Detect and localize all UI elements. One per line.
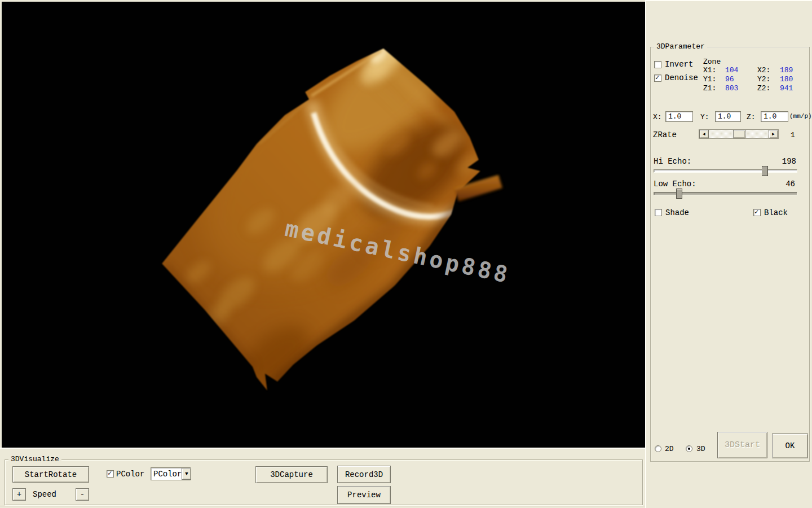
start-rotate-button[interactable]: StartRotate	[12, 466, 89, 483]
visualize-group-title: 3DVisualize	[8, 455, 61, 464]
check-icon: ✓	[655, 74, 659, 82]
pcolor-label: PColor	[116, 470, 144, 479]
zone-z1-label: Z1:	[703, 84, 716, 93]
dropdown-arrow-icon[interactable]: ▼	[182, 468, 191, 480]
ultrasound-volume-render	[2, 2, 645, 448]
parameter-group-title: 3DParameter	[654, 42, 707, 51]
denoise-label: Denoise	[665, 74, 698, 82]
record-button[interactable]: Record3D	[337, 466, 391, 483]
low-echo-label: Low Echo:	[654, 180, 696, 189]
pcolor-dropdown-value: PColor	[151, 470, 182, 479]
preview-button[interactable]: Preview	[337, 486, 391, 504]
scale-z-input[interactable]: 1.0	[761, 111, 788, 122]
visualize-panel: 3DVisualize StartRotate + Speed - ✓ PCol…	[0, 448, 645, 508]
ok-button[interactable]: OK	[772, 433, 808, 458]
scale-x-input[interactable]: 1.0	[665, 111, 693, 122]
hi-echo-track[interactable]	[654, 169, 797, 173]
app-window: { "icons": { "check": "✓", "dropdown_arr…	[0, 0, 812, 508]
zone-x1-label: X1:	[703, 66, 716, 75]
zone-z2-value: 941	[780, 84, 793, 93]
zone-z1-value: 803	[725, 84, 738, 93]
hi-echo-slider[interactable]	[654, 166, 797, 176]
hi-echo-thumb[interactable]	[762, 166, 768, 176]
parameter-groupbox: 3DParameter ✓ Invert ✓ Denoise Zone X1: …	[650, 47, 810, 462]
shade-checkbox[interactable]: ✓	[655, 209, 662, 216]
zrate-thumb[interactable]	[733, 130, 745, 138]
capture-button[interactable]: 3DCapture	[255, 466, 328, 483]
zone-row-z: Z1: 803 Z2: 941	[703, 84, 807, 93]
scale-z-label: Z:	[747, 113, 756, 121]
zone-x2-value: 189	[780, 66, 793, 75]
zrate-left-arrow[interactable]: ◄	[699, 130, 709, 138]
shade-label: Shade	[665, 209, 689, 217]
scale-y-label: Y:	[700, 113, 709, 121]
low-echo-thumb[interactable]	[676, 189, 682, 199]
zone-z2-label: Z2:	[757, 84, 770, 93]
scroll-right-icon: ►	[772, 132, 775, 137]
zrate-scrollbar[interactable]: ◄ ►	[699, 129, 779, 139]
hi-echo-label: Hi Echo:	[654, 157, 691, 166]
zone-y1-value: 96	[725, 75, 734, 84]
zone-title: Zone	[703, 58, 721, 66]
parameter-panel: 3DParameter ✓ Invert ✓ Denoise Zone X1: …	[645, 0, 812, 508]
mode-3d-label: 3D	[696, 445, 705, 453]
black-checkbox[interactable]: ✓	[753, 209, 761, 216]
zrate-track[interactable]	[709, 130, 769, 138]
scale-unit-label: (mm/p)	[789, 112, 812, 121]
check-icon: ✓	[754, 208, 758, 216]
mode-3d-radio[interactable]	[686, 445, 692, 452]
zone-x2-label: X2:	[757, 66, 770, 75]
visualize-groupbox: 3DVisualize StartRotate + Speed - ✓ PCol…	[5, 459, 643, 505]
speed-label: Speed	[33, 491, 56, 499]
denoise-checkbox[interactable]: ✓	[654, 75, 661, 82]
render-viewport[interactable]: medicalshop888	[2, 2, 645, 448]
pcolor-dropdown[interactable]: PColor ▼	[151, 467, 191, 480]
start3d-button[interactable]: 3DStart	[717, 432, 767, 458]
check-icon: ✓	[108, 470, 112, 478]
black-label: Black	[764, 209, 788, 217]
pcolor-checkbox[interactable]: ✓	[107, 470, 114, 478]
zone-y2-value: 180	[780, 75, 793, 84]
speed-minus-button[interactable]: -	[76, 488, 89, 501]
zrate-label: ZRate	[653, 131, 677, 139]
speed-plus-button[interactable]: +	[12, 488, 26, 501]
scroll-left-icon: ◄	[703, 132, 705, 137]
zone-row-x: X1: 104 X2: 189	[703, 66, 807, 75]
mode-2d-label: 2D	[665, 445, 674, 453]
invert-label: Invert	[665, 60, 693, 69]
invert-checkbox[interactable]: ✓	[654, 61, 661, 68]
low-echo-value: 46	[785, 180, 795, 189]
zrate-value: 1	[791, 131, 795, 139]
hi-echo-value: 198	[782, 157, 796, 166]
low-echo-slider[interactable]	[654, 189, 797, 199]
low-echo-track[interactable]	[654, 192, 797, 195]
zone-y2-label: Y2:	[757, 75, 770, 84]
zrate-right-arrow[interactable]: ►	[769, 130, 778, 138]
scale-y-input[interactable]: 1.0	[715, 111, 741, 122]
zone-y1-label: Y1:	[703, 75, 716, 84]
zone-row-y: Y1: 96 Y2: 180	[703, 75, 807, 84]
scale-x-label: X:	[653, 113, 662, 121]
zone-x1-value: 104	[725, 66, 738, 75]
mode-2d-radio[interactable]	[655, 445, 661, 452]
